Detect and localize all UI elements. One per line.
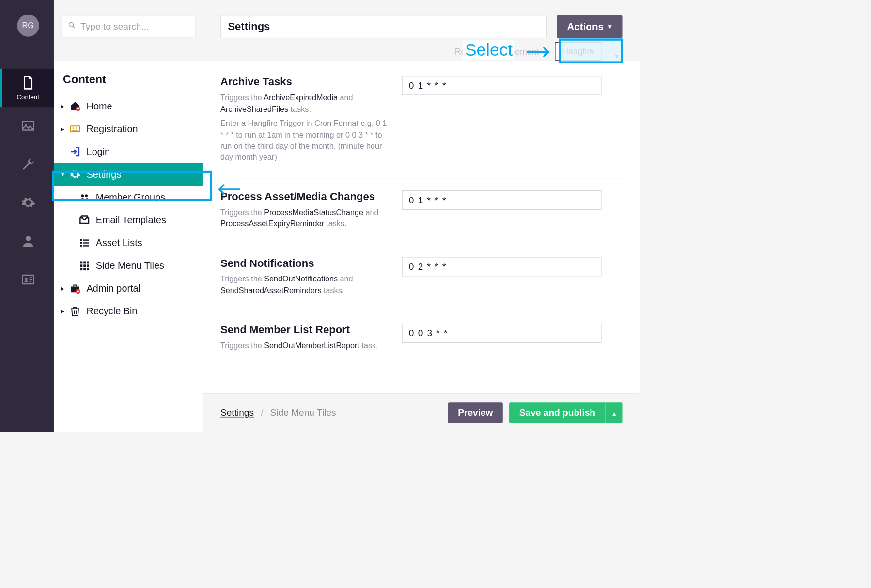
tab-request-management[interactable]: Request Management — [448, 43, 546, 61]
main-panel: Actions ▼ Request Management Hangfire ▼ … — [203, 0, 640, 432]
field-description: Triggers the SendOutNotifications and Se… — [220, 274, 388, 296]
grid-icon — [77, 260, 91, 272]
tree-item-label: Home — [87, 101, 112, 112]
tree-item-admin-portal[interactable]: ▶ Admin portal — [54, 277, 203, 300]
save-dropdown-button[interactable]: ▲ — [606, 402, 623, 423]
field-heading: Send Member List Report — [220, 324, 388, 336]
svg-rect-16 — [83, 245, 89, 246]
breadcrumb-separator: / — [261, 407, 263, 418]
topbar: Actions ▼ Request Management Hangfire ▼ — [203, 0, 640, 61]
svg-point-10 — [85, 194, 88, 197]
keyboard-icon — [68, 123, 82, 135]
field-send-member-list-report: Send Member List Report Triggers the Sen… — [220, 311, 623, 366]
field-heading: Archive Tasks — [220, 76, 388, 88]
tree-item-settings[interactable]: ▼ Settings — [54, 163, 203, 186]
image-icon — [20, 118, 35, 135]
search-input[interactable]: Type to search... — [61, 15, 196, 38]
tree-item-label: Member Groups — [96, 192, 165, 203]
field-description: Triggers the ArchiveExpiredMedia and Arc… — [220, 92, 388, 115]
tree-item-member-groups[interactable]: Member Groups — [54, 186, 203, 209]
actions-button[interactable]: Actions ▼ — [557, 15, 623, 38]
rail-item-tools[interactable] — [2, 146, 54, 184]
rail-item-settings[interactable] — [2, 184, 54, 222]
login-icon — [68, 146, 82, 157]
tab-hangfire[interactable]: Hangfire — [555, 42, 601, 61]
tree-item-home[interactable]: ▶ Home — [54, 95, 203, 118]
search-icon — [68, 21, 80, 32]
svg-rect-24 — [83, 268, 86, 270]
breadcrumb: Settings / Side Menu Tiles — [220, 407, 441, 418]
tree-item-recycle-bin[interactable]: ▶ Recycle Bin — [54, 300, 203, 323]
tree-item-registration[interactable]: ▶ Registration — [54, 118, 203, 140]
user-icon — [20, 233, 35, 250]
cron-input-archive[interactable] — [402, 76, 602, 95]
svg-point-11 — [80, 239, 82, 241]
actions-button-label: Actions — [567, 21, 603, 32]
tree-item-email-templates[interactable]: Email Templates — [54, 209, 203, 232]
home-icon — [68, 100, 82, 112]
svg-rect-19 — [87, 261, 89, 263]
svg-rect-21 — [83, 264, 86, 267]
rail-item-users[interactable] — [2, 222, 54, 261]
page-title-input[interactable] — [220, 15, 547, 38]
wrench-icon — [20, 156, 35, 173]
gear-icon — [20, 195, 35, 212]
tree-section-title: Content — [54, 61, 203, 95]
tab-strip: Request Management Hangfire ▼ — [220, 43, 623, 61]
tree-item-label: Asset Lists — [96, 237, 142, 248]
breadcrumb-current: Side Menu Tiles — [270, 407, 336, 418]
caret-right-icon: ▶ — [60, 126, 66, 132]
trash-icon — [68, 306, 82, 317]
svg-point-9 — [81, 194, 84, 197]
tab-overflow-button[interactable]: ▼ — [611, 53, 623, 61]
tree-item-label: Recycle Bin — [87, 306, 138, 317]
rail-item-media[interactable] — [2, 107, 54, 145]
tree-item-asset-lists[interactable]: Asset Lists — [54, 232, 203, 254]
group-icon — [77, 191, 91, 203]
tree-item-label: Registration — [87, 124, 138, 135]
field-hint: Enter a Hangfire Trigger in Cron Format … — [220, 118, 388, 163]
tree-item-side-menu-tiles[interactable]: Side Menu Tiles — [54, 254, 203, 277]
svg-point-2 — [26, 236, 31, 241]
field-description: Triggers the SendOutMemberListReport tas… — [220, 340, 388, 351]
rail-item-content[interactable]: Content — [2, 69, 54, 107]
field-heading: Send Notifications — [220, 257, 388, 269]
field-send-notifications: Send Notifications Triggers the SendOutN… — [220, 245, 623, 311]
save-and-publish-button[interactable]: Save and publish — [509, 402, 605, 423]
svg-rect-22 — [87, 264, 89, 267]
user-avatar[interactable]: RG — [17, 15, 39, 37]
svg-rect-18 — [83, 261, 86, 263]
svg-rect-28 — [77, 291, 79, 292]
svg-point-1 — [25, 124, 27, 125]
field-archive-tasks: Archive Tasks Triggers the ArchiveExpire… — [220, 74, 623, 178]
svg-rect-25 — [87, 268, 89, 270]
cron-input-process[interactable] — [402, 190, 602, 210]
cron-input-notify[interactable] — [402, 257, 602, 277]
cron-input-member-list[interactable] — [402, 324, 602, 343]
svg-point-4 — [25, 278, 27, 280]
svg-point-5 — [69, 22, 74, 27]
svg-point-13 — [80, 245, 82, 247]
briefcase-icon — [68, 283, 82, 294]
bottom-bar: Settings / Side Menu Tiles Preview Save … — [203, 393, 640, 432]
svg-rect-23 — [80, 268, 82, 270]
caret-down-icon: ▼ — [607, 24, 613, 30]
tree-item-label: Admin portal — [87, 283, 140, 294]
field-heading: Process Asset/Media Changes — [220, 190, 388, 202]
field-description: Triggers the ProcessMediaStatusChange an… — [220, 207, 388, 230]
id-card-icon — [20, 272, 35, 289]
svg-rect-15 — [83, 242, 89, 243]
document-icon — [20, 75, 35, 92]
rail-item-members[interactable] — [2, 261, 54, 299]
breadcrumb-root-link[interactable]: Settings — [220, 407, 254, 418]
svg-rect-14 — [83, 239, 89, 240]
gear-icon — [68, 169, 82, 180]
tree-item-login[interactable]: ▶ Login — [54, 140, 203, 163]
svg-point-12 — [80, 242, 82, 244]
svg-rect-20 — [80, 264, 82, 267]
rail-item-label: Content — [17, 93, 39, 101]
left-nav-rail: RG Content — [0, 0, 54, 432]
caret-right-icon: ▶ — [60, 103, 66, 109]
preview-button[interactable]: Preview — [448, 402, 503, 423]
tree-item-label: Email Templates — [96, 215, 166, 226]
